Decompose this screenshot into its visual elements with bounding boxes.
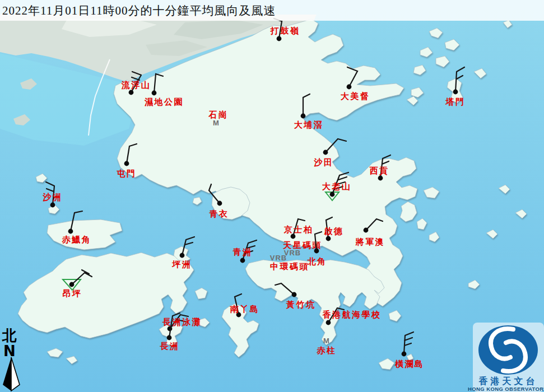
station-dot [292,292,297,297]
station-label: 赤鱲角 [62,235,92,245]
station-label: 黃竹坑 [286,300,316,310]
station-label: 打鼓嶺 [270,26,300,36]
station-dot [180,253,185,258]
station-label: 京士柏 [283,225,314,235]
station-label: 香港航海學校 [322,310,382,320]
indicator-m: M [213,119,220,127]
station-label: 北角 [307,256,327,267]
station-label: 長洲 [160,341,180,351]
station-dot [152,91,157,96]
station-label: 流浮山 [121,80,151,90]
station-label: 西貢 [370,166,389,176]
station-dot [364,228,369,233]
map-title: 2022年11月01日11時00分的十分鐘平均風向及風速 [0,0,276,18]
station-label: 將軍澳 [355,237,385,247]
station-dot [50,203,55,208]
station-dot [378,176,383,181]
compass-n-label: N [3,343,16,360]
station-label: 沙洲 [43,192,63,202]
station-label: 屯門 [117,169,137,179]
station-label: 赤柱 [317,346,337,356]
indicator-vrb: VRB [270,254,287,262]
hong-kong-map: 打鼓嶺流浮山濕地公園石崗M大美督塔門大埔滘沙田西貢大老山屯門沙洲赤鱲角青衣京士柏… [0,0,544,392]
station-dot [347,85,352,90]
station-dot [68,229,73,234]
station-label: 橫瀾島 [394,359,425,369]
station-dot [129,90,134,95]
station-dot [330,192,335,197]
station-label: 濕地公園 [144,97,184,107]
station-dot [326,320,331,325]
station-dot [240,258,245,263]
wind-map-screen: 打鼓嶺流浮山濕地公園石崗M大美督塔門大埔滘沙田西貢大老山屯門沙洲赤鱲角青衣京士柏… [0,0,544,392]
station-dot [124,161,129,166]
station-dot [301,114,306,119]
station-label: 坪洲 [172,259,192,269]
station-label: 大老山 [322,181,352,192]
station-label: 沙田 [314,157,334,167]
station-label: 南丫島 [230,304,260,314]
station-dot [326,236,331,241]
station-label: 青洲 [233,247,253,257]
station-label: 大埔滘 [294,120,324,130]
logo-chinese-text: 香港天文台 [478,376,538,386]
logo-english-text: HONG KONG OBSERVATORY [468,386,544,392]
indicator-m: M [323,337,330,345]
station-label: 啟德 [324,226,344,236]
station-dot [217,201,222,206]
hko-logo: 香港天文台 HONG KONG OBSERVATORY [468,323,544,392]
hko-emblem-icon [478,325,538,375]
station-label: 昂坪 [63,288,82,298]
station-label: 中環碼頭 [270,262,309,272]
station-dot [167,335,172,340]
station-dot [69,282,75,287]
compass-chinese-label: 北 [2,327,17,344]
station-dot [277,36,282,41]
station-dot [453,90,458,95]
station-dot [402,352,407,357]
station-label: 大美督 [341,91,370,101]
station-label: 塔門 [445,97,466,107]
station-dot [323,150,328,155]
station-dot [314,249,319,254]
title-bar: 2022年11月01日11時00分的十分鐘平均風向及風速 [0,0,544,21]
station-label: 青衣 [209,209,229,219]
station-label: 長洲泳灘 [162,317,202,327]
